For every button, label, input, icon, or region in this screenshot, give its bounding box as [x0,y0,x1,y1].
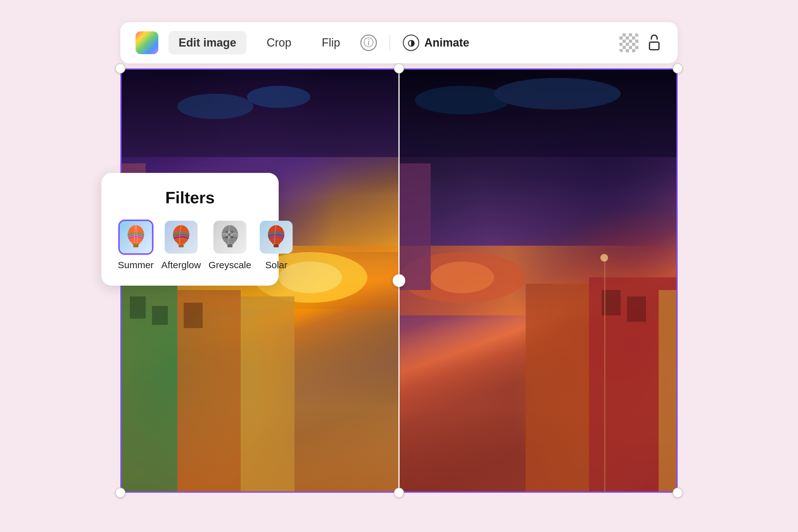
handle-top-right[interactable] [672,63,683,74]
svg-rect-39 [226,231,228,233]
lock-icon[interactable] [646,35,663,51]
svg-rect-42 [226,233,228,236]
svg-rect-47 [230,236,233,239]
filter-item-solar[interactable]: Solar [259,220,293,270]
filter-thumb-afterglow[interactable] [164,220,198,254]
svg-rect-9 [152,306,168,325]
filter-thumb-greyscale[interactable] [212,220,247,254]
filter-item-greyscale[interactable]: Greyscale [208,220,251,270]
filter-label-greyscale: Greyscale [208,260,251,270]
filter-label-afterglow: Afterglow [161,260,201,270]
filters-grid: Summer [118,220,262,270]
filter-label-solar: Solar [265,260,287,270]
svg-point-2 [247,86,310,108]
svg-rect-35 [178,244,184,247]
svg-rect-22 [627,297,646,322]
animate-button[interactable]: ◑ Animate [403,35,469,51]
svg-point-27 [601,254,608,262]
svg-rect-43 [228,233,230,236]
flip-button[interactable]: Flip [311,31,350,55]
svg-rect-46 [228,236,230,239]
animate-icon: ◑ [403,35,419,51]
filters-panel: Filters [101,173,279,286]
svg-rect-24 [659,290,678,493]
checkerboard-icon[interactable] [620,33,639,52]
svg-rect-23 [526,284,589,493]
handle-bottom-right[interactable] [672,488,683,498]
filter-item-summer[interactable]: Summer [118,220,154,270]
svg-rect-40 [228,231,230,233]
canvas-container: Edit image Crop Flip ⓘ ◑ Animate [66,22,732,510]
svg-rect-12 [241,297,294,493]
image-area: Filters [120,69,678,493]
edit-image-button[interactable]: Edit image [169,31,246,55]
filter-item-afterglow[interactable]: Afterglow [161,220,201,270]
filter-label-summer: Summer [118,260,154,270]
filter-thumb-summer[interactable] [118,220,153,254]
app-logo[interactable] [135,31,158,54]
svg-rect-29 [133,244,138,247]
toolbar-right [620,33,663,52]
svg-point-19 [431,262,494,293]
crop-button[interactable]: Crop [256,31,302,55]
svg-rect-41 [230,231,233,233]
split-divider[interactable] [398,69,400,493]
handle-bottom-middle[interactable] [394,488,404,498]
svg-rect-52 [273,244,279,247]
handle-top-left[interactable] [115,63,126,74]
svg-point-1 [177,94,253,119]
svg-rect-25 [399,164,431,290]
svg-rect-11 [184,303,203,328]
info-icon[interactable]: ⓘ [360,35,377,51]
image-right-original [399,69,678,493]
svg-point-15 [415,86,510,114]
svg-rect-44 [230,233,233,236]
handle-bottom-left[interactable] [115,488,126,498]
filter-thumb-solar[interactable] [259,220,293,254]
filters-title: Filters [118,188,262,207]
divider-handle[interactable] [393,274,405,287]
toolbar-divider [390,35,390,51]
handle-top-middle[interactable] [394,63,404,74]
toolbar: Edit image Crop Flip ⓘ ◑ Animate [120,22,678,63]
svg-rect-8 [130,297,146,319]
svg-rect-48 [227,244,232,247]
svg-rect-45 [226,236,228,239]
svg-rect-7 [120,284,177,493]
svg-point-16 [494,78,621,110]
svg-rect-0 [120,69,399,157]
